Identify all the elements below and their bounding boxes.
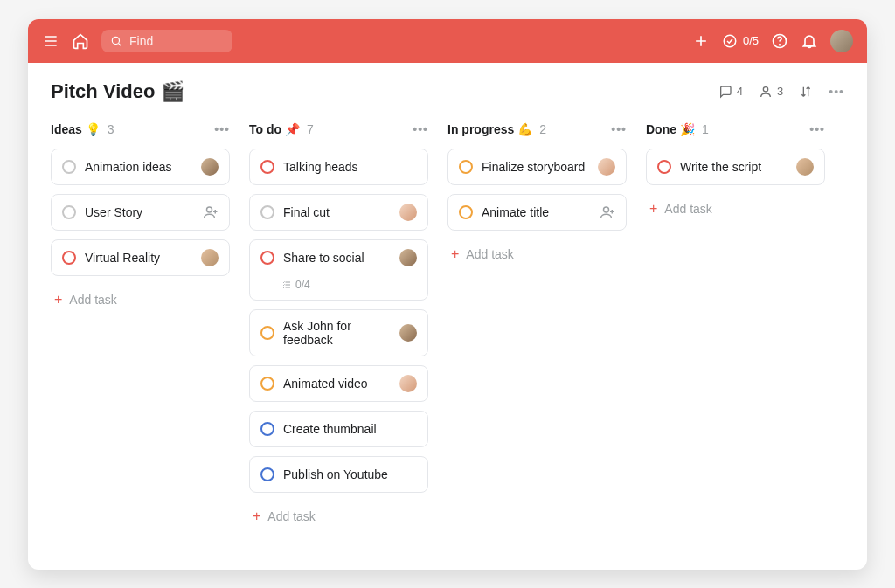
svg-point-11 <box>207 207 212 212</box>
add-task-button[interactable]: +Add task <box>448 241 627 267</box>
column-more-button[interactable]: ••• <box>809 122 825 136</box>
svg-point-7 <box>724 35 736 47</box>
board-column: To do 📌7•••Talking headsFinal cutShare t… <box>249 122 428 529</box>
add-task-label: Add task <box>664 202 711 216</box>
complete-circle[interactable] <box>260 422 274 436</box>
assignee-avatar[interactable] <box>598 158 615 176</box>
svg-point-10 <box>763 86 767 91</box>
complete-circle[interactable] <box>260 377 274 391</box>
add-task-label: Add task <box>466 247 513 261</box>
home-icon[interactable] <box>72 32 89 50</box>
add-task-button[interactable]: +Add task <box>646 196 825 222</box>
task-card[interactable]: Publish on Youtube <box>249 456 428 493</box>
svg-point-3 <box>112 37 119 44</box>
task-title: Animated video <box>283 377 391 391</box>
help-icon[interactable] <box>771 32 788 50</box>
task-card[interactable]: Virtual Reality <box>51 239 230 276</box>
add-task-button[interactable]: +Add task <box>249 503 428 529</box>
task-title: Virtual Reality <box>85 251 192 265</box>
board-column: Done 🎉1•••Write the script+Add task <box>646 122 825 529</box>
page-actions: 4 3 ••• <box>718 85 844 99</box>
members-count: 3 <box>777 85 783 98</box>
column-count: 2 <box>539 122 546 136</box>
user-avatar[interactable] <box>830 30 853 52</box>
column-more-button[interactable]: ••• <box>413 122 428 136</box>
task-card[interactable]: Write the script <box>646 149 825 185</box>
complete-circle[interactable] <box>459 205 473 219</box>
members-button[interactable]: 3 <box>759 85 783 99</box>
content-area: Pitch Video 🎬 4 3 ••• Ideas 💡3•••Animati… <box>28 63 867 570</box>
task-card[interactable]: Animated video <box>249 365 428 402</box>
add-task-button[interactable]: +Add task <box>51 287 230 313</box>
bell-icon[interactable] <box>801 32 818 50</box>
svg-point-9 <box>780 44 781 45</box>
column-title: Ideas 💡 <box>51 122 101 136</box>
task-card[interactable]: User Story <box>51 194 230 231</box>
column-header[interactable]: Done 🎉1••• <box>646 122 825 136</box>
page-header: Pitch Video 🎬 4 3 ••• <box>51 80 844 103</box>
search-placeholder: Find <box>129 34 153 48</box>
board-column: In progress 💪2•••Finalize storyboardAnim… <box>448 122 627 529</box>
column-more-button[interactable]: ••• <box>214 122 230 136</box>
column-count: 7 <box>307 122 314 136</box>
column-title: To do 📌 <box>249 122 300 136</box>
goals-indicator[interactable]: 0/5 <box>722 33 759 49</box>
complete-circle[interactable] <box>260 205 274 219</box>
subtask-indicator: 0/4 <box>281 279 417 291</box>
more-button[interactable]: ••• <box>829 85 844 99</box>
sort-button[interactable] <box>799 85 813 99</box>
task-card[interactable]: Ask John for feedback <box>249 309 428 356</box>
task-title: Animation ideas <box>85 160 192 174</box>
complete-circle[interactable] <box>657 160 671 174</box>
column-title: Done 🎉 <box>646 122 695 136</box>
assignee-avatar[interactable] <box>399 375 417 392</box>
task-card[interactable]: Animation ideas <box>51 149 230 185</box>
menu-icon[interactable] <box>42 32 59 50</box>
assignee-avatar[interactable] <box>201 249 219 266</box>
task-title: User Story <box>85 205 194 219</box>
task-title: Final cut <box>283 205 391 219</box>
task-card[interactable]: Create thumbnail <box>249 411 428 447</box>
complete-circle[interactable] <box>260 467 274 481</box>
assignee-avatar[interactable] <box>201 158 219 176</box>
plus-icon: + <box>54 292 62 308</box>
column-header[interactable]: Ideas 💡3••• <box>51 122 230 136</box>
comments-button[interactable]: 4 <box>718 85 743 99</box>
goals-count: 0/5 <box>743 34 759 47</box>
board: Ideas 💡3•••Animation ideasUser StoryVirt… <box>51 122 844 529</box>
task-title: Write the script <box>680 160 787 174</box>
column-header[interactable]: To do 📌7••• <box>249 122 428 136</box>
complete-circle[interactable] <box>62 160 76 174</box>
assignee-avatar[interactable] <box>399 204 417 221</box>
task-card[interactable]: Animate title <box>448 194 627 231</box>
assign-user-icon[interactable] <box>600 204 615 220</box>
app-window: Find 0/5 Pitch Video 🎬 <box>28 19 867 570</box>
complete-circle[interactable] <box>62 205 76 219</box>
task-card[interactable]: Final cut <box>249 194 428 231</box>
svg-line-4 <box>119 43 121 45</box>
task-title: Share to social <box>283 251 391 265</box>
task-title: Ask John for feedback <box>283 319 391 347</box>
complete-circle[interactable] <box>459 160 473 174</box>
assignee-avatar[interactable] <box>399 249 417 266</box>
task-title: Publish on Youtube <box>283 467 417 481</box>
add-task-label: Add task <box>267 509 315 523</box>
task-title: Animate title <box>482 205 591 219</box>
plus-icon[interactable] <box>692 32 710 50</box>
comments-count: 4 <box>737 85 743 98</box>
search-input[interactable]: Find <box>101 30 232 52</box>
assignee-avatar[interactable] <box>796 158 814 176</box>
assignee-avatar[interactable] <box>399 324 417 342</box>
complete-circle[interactable] <box>260 326 274 340</box>
column-header[interactable]: In progress 💪2••• <box>448 122 627 136</box>
task-card[interactable]: Talking heads <box>249 149 428 185</box>
complete-circle[interactable] <box>260 251 274 265</box>
task-card[interactable]: Finalize storyboard <box>448 149 627 185</box>
column-count: 3 <box>108 122 114 136</box>
assign-user-icon[interactable] <box>203 204 219 220</box>
column-more-button[interactable]: ••• <box>611 122 627 136</box>
complete-circle[interactable] <box>260 160 274 174</box>
task-card[interactable]: Share to social0/4 <box>249 239 428 301</box>
complete-circle[interactable] <box>62 251 76 265</box>
task-title: Create thumbnail <box>283 422 417 436</box>
